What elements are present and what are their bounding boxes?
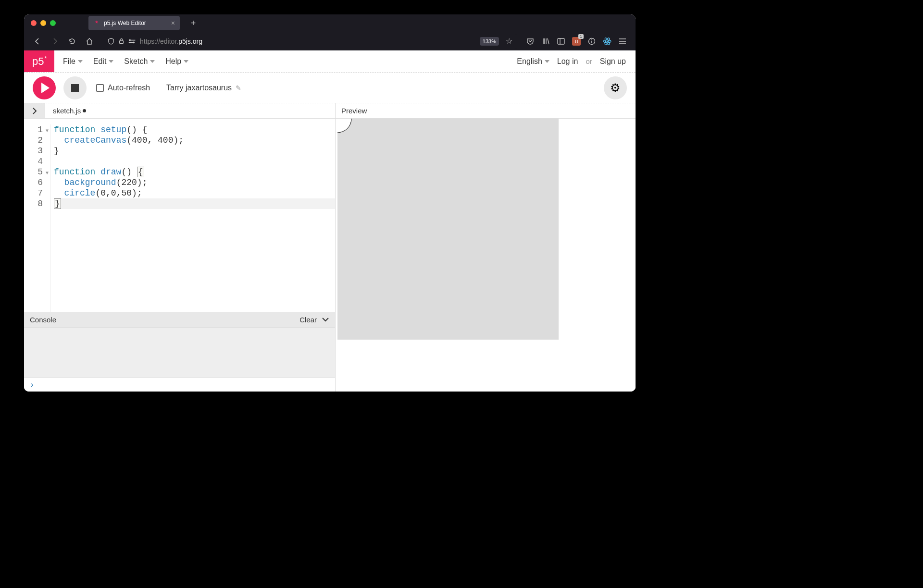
- sidebar-icon[interactable]: [554, 34, 568, 49]
- file-tab-sketch[interactable]: sketch.js: [45, 103, 94, 118]
- back-button[interactable]: [30, 34, 45, 49]
- close-tab-icon[interactable]: ×: [171, 19, 175, 27]
- browser-tab[interactable]: * p5.js Web Editor ×: [88, 16, 180, 30]
- workspace: sketch.js 1▼2345▼678 function setup() { …: [24, 103, 636, 392]
- sketch-canvas[interactable]: [337, 119, 559, 340]
- pocket-icon[interactable]: [523, 34, 537, 49]
- preview-pane: Preview: [336, 103, 636, 392]
- svg-rect-5: [558, 38, 564, 44]
- editor-pane: sketch.js 1▼2345▼678 function setup() { …: [24, 103, 336, 392]
- extension-icon[interactable]: u 1: [569, 34, 584, 49]
- code-editor[interactable]: 1▼2345▼678 function setup() { createCanv…: [24, 119, 335, 312]
- file-drawer-toggle[interactable]: [24, 103, 45, 118]
- sketch-name[interactable]: Tarry jaxartosaurus ✎: [166, 84, 241, 92]
- svg-point-13: [607, 40, 608, 42]
- minimize-window-button[interactable]: [40, 20, 46, 26]
- play-icon: [41, 83, 50, 93]
- console-clear-button[interactable]: Clear: [299, 316, 317, 324]
- console-input[interactable]: ›: [24, 377, 335, 392]
- stop-icon: [71, 84, 79, 92]
- toolbar: Auto-refresh Tarry jaxartosaurus ✎ ⚙: [24, 73, 636, 103]
- permissions-icon: [128, 38, 136, 44]
- login-link[interactable]: Log in: [557, 57, 578, 66]
- svg-point-1: [129, 39, 131, 41]
- p5-logo[interactable]: p5*: [24, 50, 54, 72]
- devtools-icon[interactable]: [600, 34, 614, 49]
- library-icon[interactable]: [538, 34, 553, 49]
- favicon-icon: *: [93, 20, 100, 26]
- language-selector[interactable]: English: [517, 57, 549, 66]
- maximize-window-button[interactable]: [50, 20, 56, 26]
- svg-point-3: [133, 41, 135, 43]
- bookmark-star-icon[interactable]: ☆: [506, 37, 512, 46]
- p5-editor-app: p5* FileEditSketchHelp English Log in or…: [24, 50, 636, 392]
- close-window-button[interactable]: [31, 20, 37, 26]
- browser-chrome: * p5.js Web Editor × + http: [24, 14, 636, 50]
- svg-rect-2: [131, 39, 136, 40]
- window-controls: [31, 20, 56, 26]
- address-bar-row: https://editor.p5js.org 133% ☆ u 1: [24, 32, 636, 50]
- browser-window: * p5.js Web Editor × + http: [24, 14, 636, 392]
- file-tabs: sketch.js: [24, 103, 335, 119]
- stop-button[interactable]: [63, 76, 87, 99]
- console-label: Console: [30, 316, 56, 324]
- forward-button[interactable]: [47, 34, 62, 49]
- svg-rect-0: [119, 41, 123, 44]
- zoom-badge[interactable]: 133%: [480, 37, 499, 46]
- home-button[interactable]: [82, 34, 97, 49]
- menubar: p5* FileEditSketchHelp English Log in or…: [24, 50, 636, 73]
- settings-button[interactable]: ⚙: [604, 76, 627, 99]
- hamburger-menu-icon[interactable]: [615, 34, 630, 49]
- signup-link[interactable]: Sign up: [600, 57, 626, 66]
- checkbox-icon: [96, 84, 104, 92]
- info-icon[interactable]: [585, 34, 599, 49]
- menu-help[interactable]: Help: [165, 57, 188, 66]
- reload-button[interactable]: [64, 34, 80, 49]
- unsaved-indicator-icon: [83, 109, 86, 112]
- menu-file[interactable]: File: [63, 57, 83, 66]
- tab-bar: * p5.js Web Editor × +: [24, 14, 636, 32]
- or-text: or: [586, 57, 592, 65]
- url-input[interactable]: https://editor.p5js.org 133% ☆: [103, 34, 517, 49]
- svg-point-17: [337, 119, 351, 133]
- shield-icon: [108, 38, 114, 45]
- prompt-icon: ›: [31, 380, 33, 389]
- svg-rect-9: [591, 41, 592, 43]
- preview-header: Preview: [336, 103, 636, 119]
- toolbar-icons: u 1: [523, 34, 630, 49]
- gear-icon: ⚙: [610, 81, 621, 95]
- url-text: https://editor.p5js.org: [140, 37, 476, 45]
- preview-canvas-area: [336, 119, 636, 392]
- svg-point-8: [591, 39, 592, 40]
- menu-sketch[interactable]: Sketch: [124, 57, 155, 66]
- auto-refresh-label: Auto-refresh: [108, 84, 150, 92]
- svg-rect-4: [129, 42, 133, 43]
- console-header: Console Clear: [24, 312, 335, 327]
- menu-edit[interactable]: Edit: [93, 57, 114, 66]
- right-menu: English Log in or Sign up: [517, 50, 636, 72]
- lock-icon: [118, 38, 125, 44]
- console-output: [24, 327, 335, 377]
- tab-title: p5.js Web Editor: [104, 20, 167, 26]
- auto-refresh-toggle[interactable]: Auto-refresh: [96, 84, 150, 92]
- play-button[interactable]: [33, 76, 56, 99]
- new-tab-button[interactable]: +: [187, 16, 200, 30]
- edit-name-icon[interactable]: ✎: [236, 84, 241, 92]
- console-collapse-icon[interactable]: [322, 316, 329, 324]
